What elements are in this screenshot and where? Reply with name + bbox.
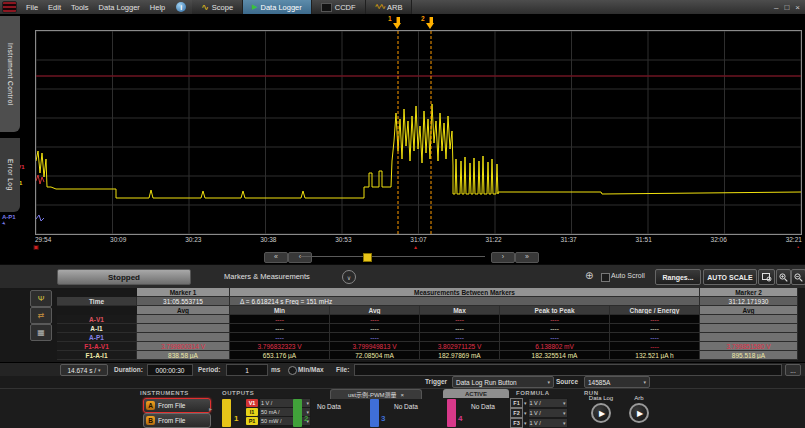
channel-color-bar: [447, 399, 456, 427]
zoom-out-button[interactable]: [791, 269, 805, 285]
menu-item[interactable]: Edit: [43, 3, 66, 12]
chevron-down-icon[interactable]: ▾: [524, 420, 527, 426]
markers-pair-button[interactable]: ⇄: [30, 307, 52, 324]
info-icon[interactable]: i: [176, 2, 186, 12]
time-tick-label: 31:22: [485, 236, 501, 243]
duration-value[interactable]: 000:00:30: [147, 364, 193, 376]
chart-region: 1 2 A-V1 ➤ F1-A-V1 ➤ F1-A-I1 ➤ A-P1 ➤ 29…: [0, 14, 805, 264]
zoom-region-button[interactable]: [758, 269, 775, 285]
menu-item[interactable]: Data Logger: [94, 3, 145, 12]
menu-item[interactable]: Help: [145, 3, 170, 12]
measurement-grid-button[interactable]: ▦: [30, 324, 52, 341]
time-tick-label: 30:38: [260, 236, 276, 243]
tab-scope[interactable]: ∿ Scope: [192, 0, 243, 14]
collapse-panel-button[interactable]: ∨: [342, 270, 356, 284]
auto-scroll-checkbox[interactable]: [601, 273, 610, 282]
tab-data-logger[interactable]: ▶ Data Logger: [243, 0, 312, 14]
fit-view-icon[interactable]: ⊕: [585, 271, 593, 281]
markers-measurements-label: Markers & Measurements: [224, 272, 310, 281]
marker2-avg-cell: [700, 333, 798, 342]
marker1-header[interactable]: Marker 1: [137, 288, 230, 297]
marker1-avg-cell: [137, 315, 230, 324]
formula-badge[interactable]: F3: [510, 418, 523, 428]
period-input[interactable]: 1: [226, 364, 268, 376]
charge-energy-cell: ----: [610, 342, 700, 351]
instruments-expander-icon[interactable]: ▸: [209, 405, 212, 412]
formula-badge[interactable]: F2: [510, 408, 523, 418]
minmax-checkbox[interactable]: [288, 366, 297, 375]
chevron-down-icon[interactable]: ▾: [524, 410, 527, 416]
instrument-a-button[interactable]: A From File: [143, 398, 211, 413]
output-channel[interactable]: 2 No Data: [293, 389, 363, 428]
scroll-last-button[interactable]: »: [515, 252, 539, 263]
marker-tool-icon: Ψ: [38, 294, 45, 303]
source-dropdown[interactable]: 14585A ▾: [584, 376, 650, 388]
formula-scale-dropdown[interactable]: 1 V / ▾: [528, 418, 568, 428]
sidebar-tab-label: Instrument Control: [7, 43, 14, 105]
zoom-in-button[interactable]: [776, 269, 791, 285]
formula-scale-value: 1 V /: [530, 420, 541, 426]
file-browse-button[interactable]: ...: [785, 364, 801, 376]
chevron-down-icon: ▾: [563, 410, 566, 416]
play-button[interactable]: ▶: [591, 403, 611, 423]
sidebar-tab-error-log[interactable]: Error Log: [0, 138, 20, 212]
close-button[interactable]: ×: [795, 3, 800, 12]
markers-pair-icon: ⇄: [38, 311, 45, 320]
chevron-down-icon[interactable]: ▾: [524, 400, 527, 406]
marker2-handle[interactable]: 2: [426, 15, 435, 29]
channel-number: 3: [381, 414, 385, 423]
output-channel[interactable]: 4 No Data: [447, 389, 517, 428]
sample-rate-dropdown[interactable]: 14.674 s / ▾: [60, 364, 108, 376]
measurements-table-region: Ψ ⇄ ▦ Marker 1 Measurements Between Mark…: [0, 288, 805, 362]
marker1-avg-cell: 3.799800314 V: [137, 342, 230, 351]
col-header-charge-energy: Charge / Energy: [610, 306, 700, 315]
waveform-plot[interactable]: [35, 30, 802, 235]
restore-button[interactable]: □: [784, 3, 789, 12]
chevron-down-icon: ▾: [563, 400, 566, 406]
zoom-region-icon: [762, 272, 772, 282]
scroll-next-button[interactable]: ›: [491, 252, 515, 263]
tab-arb[interactable]: ∿∿ ARB: [366, 0, 413, 14]
formula-scale-value: 1 V /: [530, 410, 541, 416]
col-header-min: Min: [230, 306, 330, 315]
play-button[interactable]: ▶: [629, 403, 649, 423]
marker2-header[interactable]: Marker 2: [700, 288, 798, 297]
formula-badge[interactable]: F1: [510, 398, 523, 408]
scroll-first-button[interactable]: «: [264, 252, 288, 263]
axis-marker-icon: ▴: [414, 244, 417, 250]
formula-scale-dropdown[interactable]: 1 V / ▾: [528, 408, 568, 418]
sample-rate-value: 14.674 s /: [67, 367, 96, 374]
tab-ccdf[interactable]: CCDF: [312, 0, 366, 14]
sidebar-tab-instrument-control[interactable]: Instrument Control: [0, 16, 20, 132]
instrument-b-button[interactable]: B From File: [143, 413, 211, 428]
formula-scale-value: 1 V /: [530, 400, 541, 406]
stopped-status-button[interactable]: Stopped: [57, 269, 191, 285]
channel-label[interactable]: A-P1 ➤: [2, 214, 34, 226]
sidebar-tab-label: Error Log: [7, 159, 14, 191]
play-icon: ▶: [637, 409, 643, 418]
i1-scale-value: 50 mA /: [261, 409, 280, 415]
channel-name-cell: F1-A-V1: [57, 342, 137, 351]
min-cell: ----: [230, 324, 330, 333]
file-input[interactable]: [354, 364, 782, 376]
menu-item[interactable]: Tools: [66, 3, 94, 12]
channel1-number: 1: [234, 414, 238, 423]
marker-tool-button[interactable]: Ψ: [30, 290, 52, 307]
auto-scale-button[interactable]: AUTO SCALE: [703, 269, 757, 285]
scroll-track[interactable]: [301, 256, 485, 257]
marker1-handle[interactable]: 1: [393, 15, 402, 29]
run-button-group: Data Log ▶: [584, 395, 618, 423]
ranges-button[interactable]: Ranges...: [655, 269, 701, 285]
trigger-dropdown[interactable]: Data Log Run Button ▾: [452, 376, 554, 388]
menu-item[interactable]: File: [21, 3, 43, 12]
output-channel[interactable]: 3 No Data: [370, 389, 440, 428]
col-header-max: Max: [420, 306, 500, 315]
minimize-button[interactable]: –: [774, 3, 778, 12]
max-cell: 3.802971125 V: [420, 342, 500, 351]
peak-to-peak-cell: ----: [500, 333, 610, 342]
charge-energy-cell: ----: [610, 324, 700, 333]
scroll-prev-button[interactable]: ‹: [288, 252, 312, 263]
p1-scale-value: 50 mW /: [261, 418, 281, 424]
formula-scale-dropdown[interactable]: 1 V / ▾: [528, 398, 568, 408]
scroll-thumb[interactable]: [363, 253, 372, 262]
